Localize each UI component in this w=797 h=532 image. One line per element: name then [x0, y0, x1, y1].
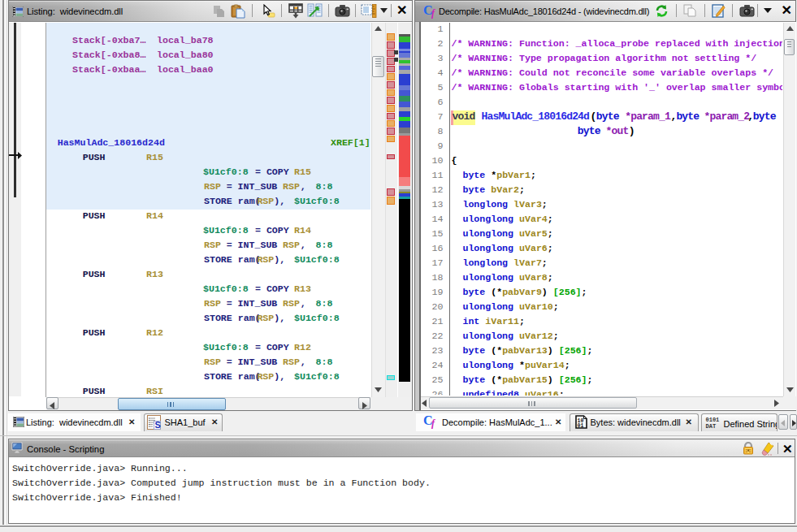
svg-text:01: 01: [577, 423, 583, 429]
svg-text:S: S: [155, 420, 161, 430]
